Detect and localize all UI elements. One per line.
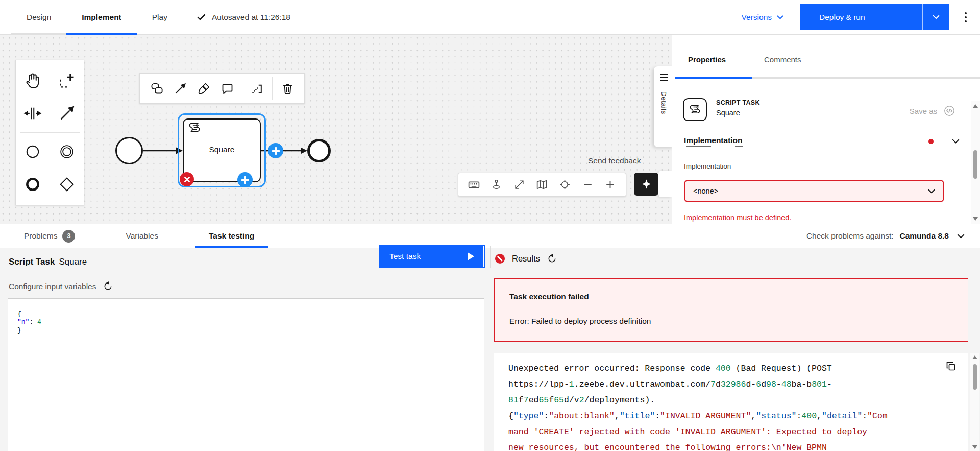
error-icon — [495, 254, 505, 264]
tab-play[interactable]: Play — [137, 0, 183, 34]
results-header: Results — [495, 254, 557, 264]
autosave-status: Autosaved at 11:26:18 — [197, 0, 290, 34]
group-title: Implementation — [684, 136, 743, 147]
save-as-button[interactable]: Save as — [910, 105, 955, 117]
end-event[interactable] — [307, 139, 331, 162]
reset-view-icon[interactable] — [556, 175, 574, 195]
append-element-button[interactable] — [237, 172, 253, 187]
task-testing-heading: Script TaskSquare — [9, 257, 87, 267]
checkmark-icon — [197, 14, 206, 20]
insert-element-button[interactable] — [268, 143, 283, 158]
heading-type: Script Task — [9, 257, 55, 267]
check-problems-label: Check problems against: — [806, 231, 894, 241]
task-label: Square — [183, 145, 261, 154]
versions-label: Versions — [742, 13, 772, 22]
send-feedback-link[interactable]: Send feedback — [588, 156, 654, 168]
script-task-icon — [683, 98, 707, 121]
implementation-select-value: <none> — [693, 187, 718, 195]
tab-problems[interactable]: Problems 3 — [10, 224, 89, 248]
input-variables-editor[interactable]: { "n": 4} — [8, 298, 484, 451]
bottom-tab-row: Problems 3 Variables Task testing Check … — [0, 224, 980, 248]
minimap-icon[interactable] — [533, 175, 551, 195]
play-icon — [468, 252, 474, 260]
canvas-toolbar — [458, 173, 626, 197]
keyboard-icon[interactable] — [464, 175, 483, 195]
configure-label: Configure input variables — [9, 282, 96, 291]
tab-design[interactable]: Design — [11, 0, 66, 34]
deploy-split-button: Deploy & run — [800, 4, 949, 30]
versions-button[interactable]: Versions — [742, 13, 783, 22]
mode-tabs: Design Implement Play — [11, 0, 183, 34]
zoom-in-icon[interactable] — [601, 175, 620, 195]
implementation-select[interactable]: <none> — [684, 180, 944, 202]
reset-icon[interactable] — [103, 281, 113, 291]
tab-comments[interactable]: Comments — [764, 55, 801, 64]
implementation-field-label: Implementation — [684, 162, 731, 170]
problems-count-badge: 3 — [62, 230, 75, 243]
ai-copilot-button[interactable] — [634, 173, 658, 196]
problems-label: Problems — [24, 231, 57, 241]
chevron-down-icon — [777, 15, 783, 19]
save-as-code-icon — [943, 105, 955, 117]
deployment-error-log[interactable]: Unexpected error occurred: Response code… — [494, 353, 968, 451]
divider — [490, 246, 491, 268]
log-scrollbar[interactable] — [970, 353, 979, 451]
reset-icon[interactable] — [547, 254, 557, 264]
copilot-flyout-tab — [658, 171, 672, 197]
ai-sparkle-icon — [641, 178, 652, 190]
top-bar: Design Implement Play Autosaved at 11:26… — [0, 0, 980, 35]
top-bar-actions: Versions Deploy & run — [742, 0, 980, 34]
tab-implement[interactable]: Implement — [66, 0, 137, 34]
bottom-panel: Problems 3 Variables Task testing Check … — [0, 224, 980, 451]
menu-icon — [659, 74, 669, 82]
tab-underline-active — [675, 77, 752, 79]
properties-scrollbar[interactable] — [971, 101, 980, 224]
autosave-label: Autosaved at 11:26:18 — [212, 13, 290, 22]
alert-title: Task execution failed — [509, 292, 958, 301]
tab-variables[interactable]: Variables — [112, 224, 172, 248]
implementation-group-header[interactable]: Implementation — [684, 136, 960, 147]
deploy-options-button[interactable] — [922, 4, 949, 30]
deploy-run-button[interactable]: Deploy & run — [800, 4, 922, 30]
test-task-label: Test task — [389, 252, 421, 261]
zoom-out-icon[interactable] — [578, 175, 597, 195]
details-flyout-label: Details — [660, 91, 668, 114]
details-flyout[interactable]: Details — [654, 66, 672, 147]
implementation-error-text: Implementation must be defined. — [684, 213, 791, 222]
task-error-badge — [180, 172, 194, 186]
engine-version-value: Camunda 8.8 — [900, 231, 949, 241]
divider — [672, 126, 971, 126]
check-problems-area: Check problems against: Camunda 8.8 — [806, 231, 965, 241]
results-label: Results — [512, 254, 540, 264]
divider — [658, 87, 670, 87]
script-icon — [188, 123, 202, 133]
create-anything-icon[interactable] — [487, 175, 506, 195]
fit-viewport-icon[interactable] — [510, 175, 528, 195]
element-type-label: SCRIPT TASK — [716, 99, 760, 106]
configure-input-variables: Configure input variables — [9, 281, 113, 291]
error-dot — [928, 139, 934, 144]
chevron-down-icon — [928, 189, 935, 194]
start-event[interactable] — [115, 137, 143, 164]
tab-properties[interactable]: Properties — [688, 55, 726, 64]
tab-task-testing[interactable]: Task testing — [195, 224, 268, 248]
chevron-down-icon — [952, 139, 960, 144]
test-task-button[interactable]: Test task — [379, 245, 485, 268]
save-as-label: Save as — [910, 107, 937, 115]
task-failed-alert: Task execution failed Error: Failed to d… — [494, 278, 968, 342]
camunda-modeler-window: Design Implement Play Autosaved at 11:26… — [0, 0, 980, 451]
alert-message: Error: Failed to deploy process definiti… — [509, 317, 958, 326]
overflow-menu-icon[interactable] — [955, 4, 976, 30]
engine-version-select[interactable]: Camunda 8.8 — [900, 231, 965, 241]
heading-name: Square — [59, 257, 87, 267]
chevron-down-icon — [933, 15, 940, 19]
properties-panel: Properties Comments SCRIPT TASK Square S… — [672, 35, 980, 224]
bpmn-canvas[interactable]: Square Send feedback — [0, 35, 672, 224]
copy-icon[interactable] — [943, 358, 959, 374]
element-name-label: Square — [716, 109, 740, 117]
